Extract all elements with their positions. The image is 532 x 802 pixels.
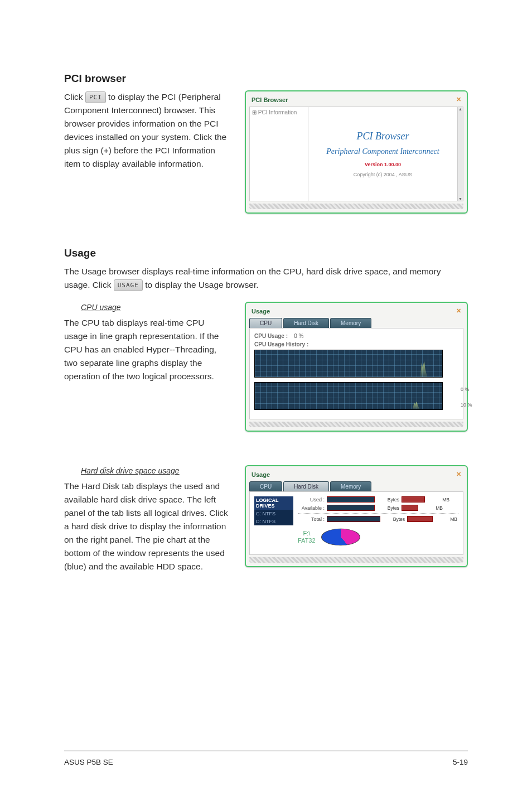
- cpu-usage-value: 0 %: [294, 333, 303, 339]
- cpu-subhead: CPU usage: [81, 302, 228, 314]
- close-icon[interactable]: ✕: [456, 471, 461, 478]
- cpu-pct-1: 0 %: [461, 386, 474, 392]
- pie-drive-label: F:\: [298, 530, 316, 537]
- hdd-window-title: Usage: [252, 471, 270, 478]
- row-label: Total :: [298, 516, 325, 522]
- usage-badge: USAGE: [114, 279, 143, 291]
- bar-total-mb: [407, 516, 433, 522]
- close-icon[interactable]: ✕: [456, 307, 461, 315]
- usage-intro-b: to display the Usage browser.: [145, 280, 258, 289]
- row-label: Used :: [298, 497, 325, 503]
- footer-right: 5-19: [453, 758, 468, 766]
- scrollbar[interactable]: [457, 107, 463, 201]
- bar-used-mb: [402, 496, 425, 503]
- drive-list-header: LOGICAL DRIVES: [254, 496, 293, 510]
- tab-hard-disk[interactable]: Hard Disk: [283, 318, 329, 328]
- pie-fs-label: FAT32: [298, 537, 316, 544]
- cpu-graph-2: [254, 382, 443, 410]
- cpu-window-title: Usage: [252, 308, 270, 315]
- pci-paragraph: Click PCI to display the PCI (Peripheral…: [64, 90, 228, 171]
- pci-badge: PCI: [85, 91, 106, 103]
- pci-text-b: to display the PCI (Peripheral Component…: [64, 92, 226, 168]
- row-unit: Bytes: [377, 505, 399, 511]
- window-resize-grip[interactable]: [249, 557, 463, 563]
- pci-main-title: PCI Browser: [357, 131, 409, 142]
- row-label: Available :: [298, 505, 325, 511]
- tab-memory[interactable]: Memory: [330, 481, 371, 491]
- drive-item[interactable]: C: NTFS: [254, 510, 293, 518]
- cpu-body: The CPU tab displays real-time CPU usage…: [64, 318, 219, 381]
- tab-hard-disk[interactable]: Hard Disk: [283, 481, 329, 491]
- pci-window-title: PCI Browser: [252, 96, 288, 103]
- pie-chart: [321, 529, 360, 545]
- pci-tree[interactable]: PCI Information: [250, 107, 308, 201]
- row-unit2: MB: [427, 497, 449, 503]
- bar-used-bytes: [327, 496, 375, 503]
- hdd-row-total: Total : Bytes MB: [298, 516, 458, 522]
- hdd-row-available: Available : Bytes MB: [298, 505, 458, 511]
- drive-list[interactable]: LOGICAL DRIVES C: NTFS D: NTFS: [254, 496, 293, 550]
- pci-heading: PCI browser: [64, 73, 468, 85]
- separator: [298, 513, 458, 514]
- pci-tree-node[interactable]: PCI Information: [252, 109, 306, 115]
- row-unit: Bytes: [383, 516, 405, 522]
- pci-window: PCI Browser ✕ PCI Information PCI Browse…: [245, 90, 468, 214]
- hdd-row-used: Used : Bytes MB: [298, 496, 458, 503]
- bar-avail-bytes: [327, 505, 375, 511]
- bar-avail-mb: [402, 505, 418, 511]
- hdd-subhead: Hard disk drive space usage: [81, 465, 228, 477]
- window-resize-grip[interactable]: [249, 204, 463, 209]
- cpu-graph-1: [254, 350, 443, 378]
- cpu-history-label: CPU Usage History :: [254, 341, 308, 347]
- cpu-pct-2: 10 %: [461, 402, 474, 408]
- pci-version: Version 1.00.00: [365, 162, 401, 167]
- hdd-body: The Hard Disk tab displays the used and …: [64, 481, 228, 571]
- hdd-window: Usage ✕ CPU Hard Disk Memory LOGICAL DRI…: [245, 465, 468, 567]
- usage-heading: Usage: [64, 247, 468, 259]
- pci-text-a: Click: [64, 92, 85, 102]
- tab-cpu[interactable]: CPU: [249, 318, 282, 328]
- usage-intro: The Usage browser displays real-time inf…: [64, 265, 468, 292]
- tab-memory[interactable]: Memory: [330, 318, 371, 328]
- close-icon[interactable]: ✕: [456, 96, 461, 103]
- cpu-usage-label: CPU Usage :: [254, 333, 288, 339]
- row-unit2: MB: [435, 516, 457, 522]
- row-unit: Bytes: [377, 497, 399, 503]
- window-resize-grip[interactable]: [249, 422, 463, 427]
- pci-main-sub: Peripheral Component Interconnect: [326, 147, 439, 157]
- cpu-window: Usage ✕ CPU Hard Disk Memory CPU Usage :…: [245, 302, 468, 432]
- tab-cpu[interactable]: CPU: [249, 481, 282, 491]
- bar-total-bytes: [327, 516, 380, 522]
- drive-item[interactable]: D: NTFS: [254, 518, 293, 525]
- pci-copyright: Copyright (c) 2004 , ASUS: [354, 172, 413, 177]
- footer-left: ASUS P5B SE: [64, 758, 113, 766]
- row-unit2: MB: [420, 505, 443, 511]
